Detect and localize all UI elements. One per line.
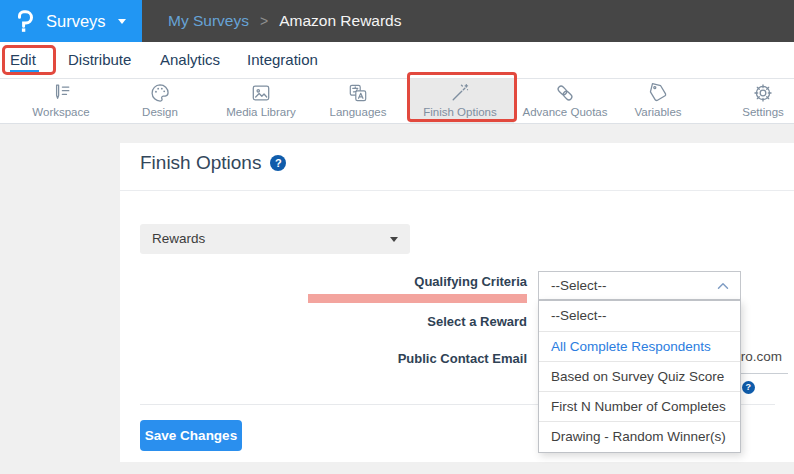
breadcrumb-current-survey: Amazon Rewards — [279, 12, 401, 30]
rewards-select-value: Rewards — [140, 224, 410, 254]
tab-distribute[interactable]: Distribute — [68, 42, 131, 78]
chevron-up-icon — [714, 277, 732, 295]
dropdown-option[interactable]: Drawing - Random Winner(s) — [539, 421, 740, 451]
qualifying-criteria-select[interactable]: --Select-- — [538, 271, 741, 300]
pencil-list-icon — [11, 82, 111, 105]
help-icon[interactable]: ? — [742, 381, 755, 394]
select-a-reward-label: Select a Reward — [287, 314, 527, 329]
qualifying-criteria-label: Qualifying Criteria — [287, 274, 527, 289]
product-menu-button[interactable]: Surveys — [0, 0, 142, 42]
image-icon — [211, 82, 311, 105]
toolbar-item-settings[interactable]: Settings — [713, 79, 794, 123]
dropdown-option[interactable]: --Select-- — [539, 301, 740, 331]
product-menu-label: Surveys — [46, 0, 106, 42]
annotation-highlight-pink — [308, 294, 527, 303]
palette-icon — [110, 82, 210, 105]
toolbar-item-variables[interactable]: Variables — [608, 79, 708, 123]
chevron-down-icon — [390, 237, 398, 242]
tab-analytics[interactable]: Analytics — [160, 42, 220, 78]
toolbar-item-languages[interactable]: Languages — [308, 79, 408, 123]
qualifying-criteria-dropdown-list: --Select-- All Complete Respondents Base… — [538, 300, 741, 453]
toolbar-item-media-library[interactable]: Media Library — [211, 79, 311, 123]
save-changes-button[interactable]: Save Changes — [140, 420, 242, 451]
page-title: Finish Options — [140, 152, 261, 174]
chevron-down-icon — [118, 19, 126, 24]
title-divider — [120, 190, 794, 191]
help-icon[interactable]: ? — [270, 155, 286, 171]
breadcrumb-separator: > — [260, 13, 268, 29]
chain-link-icon — [515, 82, 615, 105]
toolbar-item-workspace[interactable]: Workspace — [11, 79, 111, 123]
toolbar-item-finish-options[interactable]: Finish Options — [410, 79, 510, 123]
dropdown-option[interactable]: First N Number of Completes — [539, 391, 740, 421]
app-window: Surveys My Surveys > Amazon Rewards Edit… — [0, 0, 794, 474]
breadcrumb: My Surveys > Amazon Rewards — [142, 0, 794, 42]
translate-icon — [308, 82, 408, 105]
active-tab-underline — [10, 70, 39, 72]
rewards-select[interactable]: Rewards — [140, 224, 410, 254]
public-contact-email-input[interactable]: ro.com — [741, 349, 782, 364]
qualifying-criteria-selected-value: --Select-- — [539, 272, 740, 299]
tab-edit[interactable]: Edit — [10, 42, 36, 78]
dropdown-option[interactable]: Based on Survey Quiz Score — [539, 361, 740, 391]
dropdown-option[interactable]: All Complete Respondents — [539, 331, 740, 361]
toolbar-item-advance-quotas[interactable]: Advance Quotas — [515, 79, 615, 123]
public-contact-email-label: Public Contact Email — [287, 351, 527, 366]
survey-nav: Edit Distribute Analytics Integration — [0, 42, 794, 79]
questionpro-logo-icon — [12, 8, 38, 34]
magic-wand-icon — [410, 82, 510, 105]
tag-icon — [608, 82, 708, 105]
gear-icon — [713, 82, 794, 105]
toolbar-item-design[interactable]: Design — [110, 79, 210, 123]
tab-integration[interactable]: Integration — [247, 42, 318, 78]
breadcrumb-my-surveys[interactable]: My Surveys — [168, 12, 249, 30]
